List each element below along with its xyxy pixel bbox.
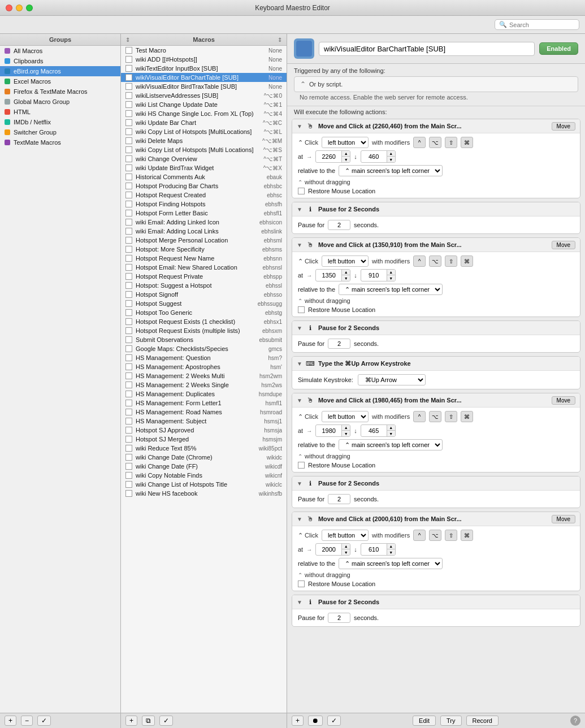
- y-up-btn[interactable]: ▲: [387, 425, 395, 431]
- macro-item[interactable]: wiki Reduce Text 85%wiki85pct: [121, 444, 287, 453]
- macro-checkbox[interactable]: [125, 445, 132, 452]
- macro-checkbox[interactable]: [125, 128, 132, 135]
- group-item[interactable]: HTML: [0, 107, 120, 117]
- button-select[interactable]: left button: [322, 137, 369, 148]
- macro-item[interactable]: wikiVisualEditor BirdTraxTable [SUB]None: [121, 82, 287, 91]
- macro-checkbox[interactable]: [125, 436, 132, 443]
- move-button[interactable]: Move: [552, 396, 575, 405]
- macro-checkbox[interactable]: [125, 92, 132, 99]
- macro-checkbox[interactable]: [125, 427, 132, 434]
- move-button[interactable]: Move: [552, 241, 575, 249]
- macro-checkbox[interactable]: [125, 192, 132, 198]
- macro-checkbox[interactable]: [125, 119, 132, 126]
- y-spinner[interactable]: ▲ ▼: [361, 269, 396, 281]
- macro-checkbox[interactable]: [125, 264, 132, 271]
- y-up-btn[interactable]: ▲: [387, 270, 395, 275]
- add-macro-button[interactable]: +: [125, 716, 137, 726]
- macro-item[interactable]: HS Management: Apostropheshsm': [121, 362, 287, 371]
- macro-item[interactable]: wiki Update Bar Chart^⌥⌘C: [121, 118, 287, 127]
- mod-caret-btn[interactable]: ^: [413, 137, 426, 148]
- group-item[interactable]: eBird.org Macros: [0, 66, 120, 76]
- wd-expand-icon[interactable]: ⌃: [298, 572, 302, 578]
- check-macro-button[interactable]: ✓: [159, 716, 173, 726]
- pause-input[interactable]: [328, 220, 350, 230]
- macro-checkbox[interactable]: [125, 291, 132, 298]
- restore-checkbox[interactable]: [298, 462, 305, 469]
- macro-item[interactable]: Hotspot Request Privateebhspp: [121, 272, 287, 281]
- macro-checkbox[interactable]: [125, 146, 132, 153]
- macro-item[interactable]: HS Management: Duplicateshsmdupe: [121, 389, 287, 398]
- mod-shift-btn[interactable]: ⇧: [445, 530, 457, 541]
- pause-input[interactable]: [328, 339, 350, 349]
- pause-input[interactable]: [328, 613, 350, 623]
- mod-caret-btn[interactable]: ^: [413, 530, 426, 541]
- macro-item[interactable]: wiki Email: Adding Linked Iconebhsicon: [121, 218, 287, 227]
- y-input[interactable]: [361, 271, 387, 280]
- x-down-btn[interactable]: ▼: [342, 157, 350, 162]
- check-group-button[interactable]: ✓: [37, 716, 51, 726]
- keystroke-select[interactable]: ⌘Up Arrow: [358, 374, 426, 385]
- search-input[interactable]: [509, 21, 577, 28]
- move-button[interactable]: Move: [552, 515, 575, 523]
- collapse-icon[interactable]: ▼: [297, 397, 302, 404]
- move-button[interactable]: Move: [552, 122, 575, 131]
- macro-checkbox[interactable]: [125, 400, 132, 406]
- x-down-btn[interactable]: ▼: [342, 431, 350, 436]
- macro-item[interactable]: Hotspot Request Exists (1 checklist)ebhs…: [121, 317, 287, 326]
- button-select[interactable]: left button: [322, 255, 369, 267]
- macro-item[interactable]: Hotspot Merge Personal Locationebhsml: [121, 236, 287, 245]
- macro-checkbox[interactable]: [125, 74, 132, 81]
- mod-alt-btn[interactable]: ⌥: [429, 530, 441, 541]
- group-item[interactable]: Firefox & TextMate Macros: [0, 86, 120, 97]
- group-item[interactable]: Clipboards: [0, 56, 120, 66]
- y-spinner[interactable]: ▲ ▼: [361, 543, 396, 556]
- x-spinner[interactable]: ▲ ▼: [315, 543, 350, 556]
- macro-item[interactable]: Hotspot Form Letter Basicebhsfl1: [121, 209, 287, 218]
- record-btn-small[interactable]: ⏺: [308, 716, 323, 726]
- macro-item[interactable]: wikiListserveAddresses [SUB]^⌥⌘0: [121, 91, 287, 100]
- macro-item[interactable]: wiki Change List of Hotspots Titlewikicl…: [121, 480, 287, 489]
- duplicate-macro-button[interactable]: ⧉: [142, 716, 155, 726]
- macro-checkbox[interactable]: [125, 409, 132, 415]
- macro-item[interactable]: HS Management: 2 Weeks Singlehsm2ws: [121, 380, 287, 389]
- macro-item[interactable]: wiki HS Change Single Loc. From XL (Top)…: [121, 109, 287, 118]
- macro-checkbox[interactable]: [125, 354, 132, 361]
- mod-caret-btn[interactable]: ^: [413, 255, 426, 267]
- collapse-icon[interactable]: ▼: [297, 599, 302, 605]
- group-item[interactable]: Switcher Group: [0, 127, 120, 137]
- macro-item[interactable]: Hotspot Signoffebhsso: [121, 290, 287, 299]
- macro-item[interactable]: Hotspot SJ Mergedhsmsjm: [121, 435, 287, 444]
- restore-checkbox[interactable]: [298, 188, 305, 194]
- y-up-btn[interactable]: ▲: [387, 544, 395, 549]
- restore-checkbox[interactable]: [298, 306, 305, 313]
- macro-checkbox[interactable]: [125, 382, 132, 388]
- x-spinner[interactable]: ▲ ▼: [315, 150, 350, 163]
- macro-checkbox[interactable]: [125, 183, 132, 189]
- macro-item[interactable]: Hotspot: More Specificityebhsms: [121, 245, 287, 254]
- button-select[interactable]: left button: [322, 411, 369, 422]
- corner-select[interactable]: ⌃ main screen's top left corner: [339, 558, 443, 569]
- macro-item[interactable]: wiki ADD [[#Hotspots]]None: [121, 55, 287, 64]
- mod-alt-btn[interactable]: ⌥: [429, 137, 441, 148]
- macro-checkbox[interactable]: [125, 237, 132, 244]
- button-select[interactable]: left button: [322, 530, 369, 541]
- sort-up-icon[interactable]: ⇕: [125, 37, 130, 43]
- macro-checkbox[interactable]: [125, 65, 132, 72]
- mod-caret-btn[interactable]: ^: [413, 411, 426, 422]
- macro-item[interactable]: wikiVisualEditor BarChartTable [SUB]None: [121, 73, 287, 82]
- search-box[interactable]: 🔍: [495, 19, 579, 30]
- macro-checkbox[interactable]: [125, 318, 132, 325]
- collapse-icon[interactable]: ▼: [297, 516, 302, 522]
- macro-checkbox[interactable]: [125, 47, 132, 54]
- macro-checkbox[interactable]: [125, 110, 132, 117]
- macro-checkbox[interactable]: [125, 174, 132, 180]
- wd-expand-icon[interactable]: ⌃: [298, 298, 302, 304]
- collapse-icon[interactable]: ▼: [297, 480, 302, 487]
- macro-checkbox[interactable]: [125, 56, 132, 63]
- collapse-icon[interactable]: ▼: [297, 123, 302, 129]
- macro-checkbox[interactable]: [125, 309, 132, 316]
- edit-button[interactable]: Edit: [413, 716, 436, 726]
- x-up-btn[interactable]: ▲: [342, 544, 350, 549]
- pause-input[interactable]: [328, 494, 350, 504]
- corner-select[interactable]: ⌃ main screen's top left corner: [339, 284, 443, 295]
